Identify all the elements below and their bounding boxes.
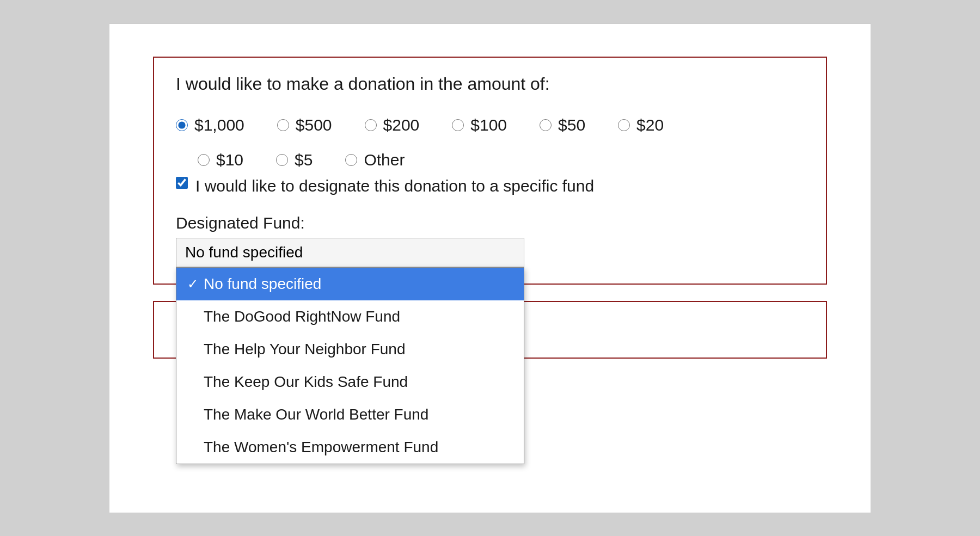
amount-500[interactable]: $500 [277, 116, 332, 134]
donation-question: I would like to make a donation in the a… [176, 74, 804, 94]
amount-other[interactable]: Other [345, 151, 405, 169]
designate-checkbox[interactable] [176, 177, 188, 189]
page-container: I would like to make a donation in the a… [109, 23, 871, 513]
amount-row2: $10 $5 Other [176, 151, 804, 169]
amount-200[interactable]: $200 [365, 116, 420, 134]
checkmark-icon: ✓ [187, 276, 198, 292]
designate-checkbox-row: I would like to designate this donation … [176, 175, 804, 198]
amount-radio-group: $1,000 $500 $200 $100 $50 $20 [176, 116, 804, 134]
amount-10[interactable]: $10 [198, 151, 243, 169]
fund-dropdown-menu: ✓ No fund specified The DoGood RightNow … [176, 267, 524, 464]
dropdown-item-3[interactable]: The Keep Our Kids Safe Fund [176, 366, 524, 398]
dropdown-item-1[interactable]: The DoGood RightNow Fund [176, 300, 524, 333]
dropdown-item-0[interactable]: ✓ No fund specified [176, 268, 524, 300]
amount-50[interactable]: $50 [540, 116, 585, 134]
fund-dropdown-container[interactable]: No fund specified ✓ No fund specified Th… [176, 238, 524, 267]
designated-fund-label: Designated Fund: [176, 214, 804, 232]
amount-20[interactable]: $20 [618, 116, 664, 134]
dropdown-item-2[interactable]: The Help Your Neighbor Fund [176, 333, 524, 366]
dropdown-item-4[interactable]: The Make Our World Better Fund [176, 398, 524, 431]
amount-100[interactable]: $100 [452, 116, 507, 134]
amount-5[interactable]: $5 [276, 151, 313, 169]
donation-section: I would like to make a donation in the a… [153, 57, 827, 285]
dropdown-item-5[interactable]: The Women's Empowerment Fund [176, 431, 524, 464]
designate-label: I would like to designate this donation … [195, 175, 594, 198]
fund-dropdown-display[interactable]: No fund specified [176, 238, 524, 267]
amount-1000[interactable]: $1,000 [176, 116, 244, 134]
